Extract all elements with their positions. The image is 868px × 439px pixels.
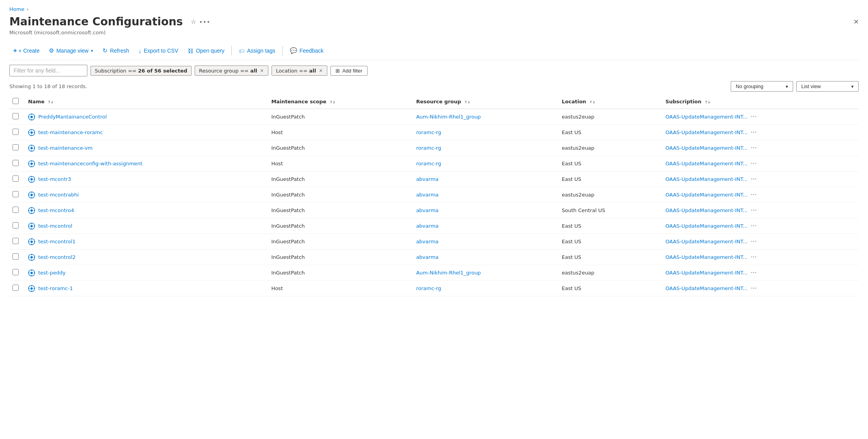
col-subscription[interactable]: Subscription ↑↓ [661,95,859,109]
row-name-text[interactable]: test-mcontrol2 [38,254,76,260]
close-button[interactable]: × [854,17,859,27]
add-filter-button[interactable]: ⊞ Add filter [330,66,367,76]
row-checkbox-cell[interactable] [9,109,23,125]
location-filter-clear[interactable]: × [318,67,323,74]
select-all-checkbox[interactable] [12,98,19,104]
grouping-dropdown[interactable]: No grouping ▾ [731,81,793,92]
row-subscription-link[interactable]: OAAS-UpdateManagement-INT... [666,254,748,260]
row-name-text[interactable]: test-mcontro4 [38,207,74,213]
row-name-link[interactable]: test-mcontrol2 [28,254,262,261]
col-name[interactable]: Name ↑↓ [23,95,266,109]
row-checkbox-8[interactable] [12,238,19,244]
row-rg-link[interactable]: roramc-rg [416,161,441,166]
row-name-link[interactable]: test-mcontrol [28,223,262,230]
row-more-button[interactable]: ··· [751,253,757,261]
row-checkbox-0[interactable] [12,113,19,119]
row-more-button[interactable]: ··· [751,191,757,198]
row-rg-link[interactable]: abvarma [416,192,439,198]
row-subscription-link[interactable]: OAAS-UpdateManagement-INT... [666,270,748,276]
row-subscription-link[interactable]: OAAS-UpdateManagement-INT... [666,223,748,229]
row-name-text[interactable]: test-mcontrabhi [38,192,79,198]
resource-group-filter-clear[interactable]: × [259,67,264,74]
row-checkbox-4[interactable] [12,175,19,182]
list-view-dropdown[interactable]: List view ▾ [796,81,859,92]
row-name-text[interactable]: test-roramc-1 [38,285,73,291]
row-checkbox-3[interactable] [12,160,19,166]
row-name-text[interactable]: test-peddy [38,270,66,276]
row-checkbox-cell[interactable] [9,250,23,265]
row-checkbox-cell[interactable] [9,265,23,281]
row-subscription-link[interactable]: OAAS-UpdateManagement-INT... [666,145,748,151]
row-checkbox-cell[interactable] [9,156,23,172]
row-subscription-link[interactable]: OAAS-UpdateManagement-INT... [666,129,748,135]
breadcrumb-home[interactable]: Home [9,6,24,12]
row-checkbox-cell[interactable] [9,203,23,218]
row-checkbox-cell[interactable] [9,281,23,296]
row-more-button[interactable]: ··· [751,285,757,292]
row-name-link[interactable]: test-maintenance-vm [28,145,262,152]
row-more-button[interactable]: ··· [751,175,757,183]
row-rg-link[interactable]: abvarma [416,254,439,260]
row-name-text[interactable]: test-maintenanceconfig-with-assignment [38,161,142,166]
row-rg-link[interactable]: abvarma [416,223,439,229]
row-rg-link[interactable]: abvarma [416,207,439,213]
row-subscription-link[interactable]: OAAS-UpdateManagement-INT... [666,176,748,182]
row-subscription-link[interactable]: OAAS-UpdateManagement-INT... [666,239,748,244]
row-more-button[interactable]: ··· [751,269,757,276]
col-location[interactable]: Location ↑↓ [557,95,661,109]
row-name-link[interactable]: test-maintenanceconfig-with-assignment [28,160,262,167]
row-name-text[interactable]: test-mcontr3 [38,176,71,182]
row-checkbox-cell[interactable] [9,234,23,250]
open-query-button[interactable]: ⛓ Open query [184,45,228,57]
row-more-button[interactable]: ··· [751,113,757,120]
col-resource-group[interactable]: Resource group ↑↓ [412,95,557,109]
row-more-button[interactable]: ··· [751,160,757,167]
feedback-button[interactable]: 💬 Feedback [286,45,327,57]
row-name-link[interactable]: test-peddy [28,269,262,276]
row-name-text[interactable]: test-maintenance-vm [38,145,93,151]
row-checkbox-7[interactable] [12,222,19,228]
row-name-link[interactable]: test-mcontr3 [28,176,262,183]
row-rg-link[interactable]: roramc-rg [416,285,441,291]
refresh-button[interactable]: ↻ Refresh [99,45,133,57]
row-checkbox-cell[interactable] [9,218,23,234]
row-subscription-link[interactable]: OAAS-UpdateManagement-INT... [666,207,748,213]
row-checkbox-cell[interactable] [9,140,23,156]
assign-tags-button[interactable]: 🏷 Assign tags [235,45,279,57]
row-more-button[interactable]: ··· [751,129,757,136]
row-checkbox-cell[interactable] [9,125,23,140]
more-icon[interactable]: ··· [199,17,211,27]
row-subscription-link[interactable]: OAAS-UpdateManagement-INT... [666,192,748,198]
row-name-link[interactable]: test-mcontro4 [28,207,262,214]
row-checkbox-1[interactable] [12,129,19,135]
row-name-text[interactable]: test-mcontrol1 [38,239,76,244]
row-more-button[interactable]: ··· [751,144,757,152]
row-rg-link[interactable]: roramc-rg [416,129,441,135]
row-more-button[interactable]: ··· [751,207,757,214]
pin-icon[interactable]: ☆ [191,18,196,25]
filter-input[interactable] [9,65,87,76]
row-name-text[interactable]: test-maintenance-roramc [38,129,103,135]
col-scope[interactable]: Maintenance scope ↑↓ [266,95,411,109]
row-checkbox-cell[interactable] [9,187,23,203]
row-checkbox-cell[interactable] [9,172,23,187]
row-checkbox-5[interactable] [12,191,19,197]
row-subscription-link[interactable]: OAAS-UpdateManagement-INT... [666,285,748,291]
row-name-link[interactable]: test-mcontrabhi [28,191,262,198]
row-checkbox-2[interactable] [12,144,19,150]
row-name-text[interactable]: PreddyMantainanceControl [38,114,107,120]
row-subscription-link[interactable]: OAAS-UpdateManagement-INT... [666,114,748,120]
row-name-link[interactable]: PreddyMantainanceControl [28,113,262,120]
row-name-text[interactable]: test-mcontrol [38,223,72,229]
row-more-button[interactable]: ··· [751,238,757,245]
row-name-link[interactable]: test-roramc-1 [28,285,262,292]
row-name-link[interactable]: test-mcontrol1 [28,238,262,245]
row-rg-link[interactable]: Aum-Nikhim-Rhel1_group [416,270,481,276]
row-name-link[interactable]: test-maintenance-roramc [28,129,262,136]
row-rg-link[interactable]: abvarma [416,176,439,182]
row-checkbox-10[interactable] [12,269,19,275]
row-subscription-link[interactable]: OAAS-UpdateManagement-INT... [666,161,748,166]
create-button[interactable]: + + Create [9,45,43,57]
row-checkbox-9[interactable] [12,253,19,260]
row-checkbox-6[interactable] [12,207,19,213]
